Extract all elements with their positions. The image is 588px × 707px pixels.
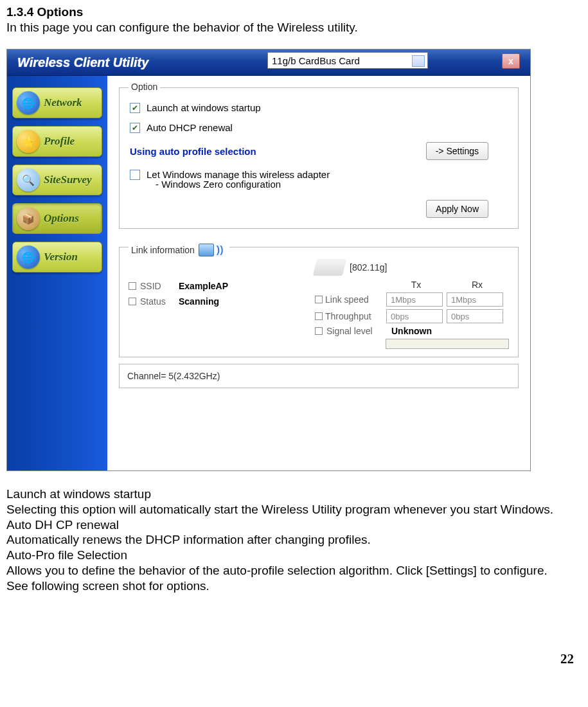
settings-button[interactable]: -> Settings [426, 142, 488, 160]
link-title-text: Link information [131, 245, 195, 255]
tx-header: Tx [386, 280, 447, 290]
channel-info: Channel= 5(2.432GHz) [119, 364, 519, 388]
desc-line: Selecting this option will automatically… [6, 502, 582, 517]
close-button[interactable]: x [502, 53, 520, 69]
checkbox-label: Launch at windows startup [147, 102, 261, 113]
titlebar: Wireless Client Utility 11g/b CardBus Ca… [7, 49, 530, 76]
desc-line: Allows you to define the behavior of the… [6, 563, 582, 578]
linkspeed-tx: 1Mbps [386, 292, 443, 307]
nav-network[interactable]: 🌐 Network [12, 87, 102, 118]
intro-text: In this page you can configure the behav… [6, 21, 582, 35]
groupbox-title: Option [129, 82, 160, 92]
auto-profile-text: Using auto profile selection [130, 146, 256, 157]
nav-profile[interactable]: ⭐ Profile [12, 126, 102, 157]
bullet-icon [315, 312, 323, 320]
nav-label: Version [44, 251, 78, 264]
desc-line: Auto DH CP renewal [6, 517, 582, 533]
nav-label: SiteSurvey [44, 174, 92, 186]
box-icon: 📦 [17, 207, 40, 230]
sidebar: 🌐 Network ⭐ Profile 🔍 SiteSurvey 📦 Optio… [7, 76, 107, 470]
network-icon: )) [199, 241, 227, 259]
signal-bar [386, 339, 509, 349]
nav-sitesurvey[interactable]: 🔍 SiteSurvey [12, 165, 102, 195]
ssid-label: SSID [140, 281, 179, 291]
status-value: Scanning [179, 296, 219, 307]
signal-label: Signal level [326, 326, 388, 336]
content-area: Option Launch at windows startup Auto DH… [107, 76, 530, 470]
signal-value: Unknown [391, 326, 432, 336]
bullet-icon [129, 298, 136, 305]
groupbox-title: Link information )) [129, 241, 229, 259]
desc-line: Launch at windows startup [6, 487, 582, 502]
description-block: Launch at windows startup Selecting this… [6, 487, 582, 593]
nav-label: Options [44, 212, 79, 225]
rx-header: Rx [447, 280, 508, 290]
linkspeed-label: Link speed [325, 294, 386, 305]
zero-config-text: - Windows Zero configuration [156, 179, 508, 190]
star-icon: ⭐ [17, 130, 40, 153]
desc-line: See following screen shot for options. [6, 578, 582, 594]
throughput-tx: 0bps [386, 309, 443, 323]
ssid-value: ExampleAP [179, 281, 228, 291]
search-icon: 🔍 [17, 168, 40, 192]
bullet-icon [315, 327, 323, 335]
desc-line: Auto-Pro file Selection [6, 548, 582, 563]
throughput-label: Throughput [325, 311, 386, 321]
page-number: 22 [0, 651, 574, 667]
option-groupbox: Option Launch at windows startup Auto DH… [119, 87, 519, 229]
desc-line: Automatically renews the DHCP informatio… [6, 532, 582, 548]
checkbox-launch-startup[interactable] [130, 103, 140, 113]
apply-button[interactable]: Apply Now [426, 200, 488, 218]
bullet-icon [315, 296, 323, 303]
throughput-rx: 0bps [447, 309, 503, 323]
checkbox-auto-dhcp[interactable] [130, 123, 140, 133]
status-label: Status [140, 296, 179, 307]
nav-version[interactable]: 🌐 Version [12, 242, 102, 273]
section-heading: 1.3.4 Options [6, 5, 582, 19]
nav-label: Network [44, 96, 82, 109]
link-info-groupbox: Link information )) SSID ExampleAP [119, 247, 519, 357]
globe-icon: 🌐 [17, 91, 40, 114]
globe-icon: 🌐 [17, 246, 40, 269]
mode-label: [802.11g] [350, 262, 387, 273]
bullet-icon [129, 282, 136, 290]
app-window: Wireless Client Utility 11g/b CardBus Ca… [6, 49, 531, 471]
nav-label: Profile [44, 135, 75, 148]
linkspeed-rx: 1Mbps [447, 292, 503, 307]
card-icon [313, 259, 346, 276]
app-title: Wireless Client Utility [17, 55, 148, 70]
checkbox-label: Auto DHCP renewal [147, 122, 233, 133]
nav-options[interactable]: 📦 Options [12, 203, 102, 234]
card-dropdown[interactable]: 11g/b CardBus Card [267, 52, 428, 69]
checkbox-let-windows[interactable] [130, 170, 140, 180]
